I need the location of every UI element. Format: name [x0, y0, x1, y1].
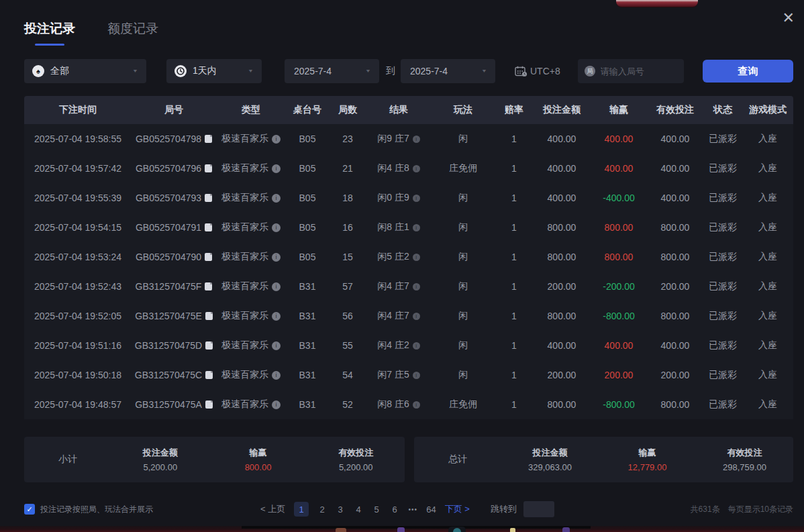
round-search-input[interactable] — [601, 66, 674, 76]
column-header: 玩法 — [431, 104, 495, 116]
cell-game-mode: 入座 — [742, 310, 793, 322]
total-winloss-title: 输赢 — [599, 447, 696, 459]
cell-play-type: 闲 — [431, 133, 495, 145]
info-icon[interactable]: i — [272, 341, 281, 350]
info-icon[interactable]: i — [272, 312, 281, 321]
table-row: 2025-07-04 19:48:57GB312570475A极速百家乐iB31… — [24, 390, 793, 419]
info-icon[interactable]: i — [272, 164, 281, 173]
cell-result: 闲4 庄8i — [366, 162, 431, 174]
info-icon[interactable]: i — [272, 253, 281, 262]
page-button-4[interactable]: 4 — [354, 504, 363, 515]
cell-time: 2025-07-04 19:51:16 — [24, 340, 132, 351]
page-button-3[interactable]: 3 — [336, 504, 345, 515]
cell-time: 2025-07-04 19:48:57 — [24, 399, 132, 410]
time-range-dropdown[interactable]: 1天内 ▼ — [166, 59, 262, 83]
info-icon[interactable]: i — [272, 282, 281, 291]
round-id-text: GB312570475D — [135, 340, 202, 351]
copy-icon[interactable] — [205, 282, 212, 290]
cell-winloss: -200.00 — [591, 281, 647, 292]
info-icon[interactable]: i — [272, 135, 281, 144]
total-valid-title: 有效投注 — [696, 447, 793, 459]
cell-result: 闲7 庄5i — [366, 369, 431, 381]
total-bet-title: 投注金额 — [501, 447, 599, 459]
cell-play-type: 闲 — [431, 280, 495, 292]
cell-table-no: B05 — [286, 222, 329, 233]
page-button-1[interactable]: 1 — [294, 502, 309, 517]
copy-icon[interactable] — [205, 223, 212, 231]
page-button-5[interactable]: 5 — [372, 504, 381, 515]
round-id-text: GB0525704798 — [136, 134, 201, 144]
result-info-icon[interactable]: i — [413, 372, 420, 379]
cell-valid-bet: 200.00 — [647, 370, 703, 380]
table-row: 2025-07-04 19:52:43GB312570475F极速百家乐iB31… — [24, 272, 793, 301]
cell-odds: 1 — [495, 281, 533, 292]
result-info-icon[interactable]: i — [413, 224, 420, 231]
cell-play-type: 闲 — [431, 339, 495, 352]
clock-icon — [174, 65, 187, 77]
page-button-6[interactable]: 6 — [390, 504, 399, 515]
tab-quota-records[interactable]: 额度记录 — [107, 20, 158, 46]
merge-checkbox[interactable]: ✓ — [24, 504, 35, 515]
tab-bet-records[interactable]: 投注记录 — [24, 20, 75, 46]
column-header: 局号 — [132, 104, 216, 116]
info-icon[interactable]: i — [272, 401, 281, 409]
page-button-64[interactable]: 64 — [426, 504, 436, 515]
next-page-button[interactable]: 下页 > — [445, 503, 470, 515]
table-row: 2025-07-04 19:53:24GB0525704790极速百家乐iB05… — [24, 242, 793, 272]
bet-records-table: 下注时间局号类型桌台号局数结果玩法赔率投注金额输赢有效投注状态游戏模式 2025… — [24, 96, 793, 419]
game-type-text: 极速百家乐 — [221, 280, 268, 292]
prev-page-button[interactable]: < 上页 — [260, 503, 285, 515]
copy-icon[interactable] — [205, 401, 213, 409]
copy-icon[interactable] — [205, 371, 213, 379]
game-type-text: 极速百家乐 — [221, 310, 268, 322]
copy-icon[interactable] — [205, 253, 212, 261]
copy-icon[interactable] — [205, 312, 213, 320]
cell-result: 闲0 庄9i — [366, 192, 431, 204]
ellipsis-icon: ••• — [408, 506, 417, 513]
result-info-icon[interactable]: i — [413, 195, 420, 202]
cell-play-type: 闲 — [431, 369, 495, 381]
jump-label: 跳转到 — [491, 503, 517, 515]
column-header: 游戏模式 — [742, 104, 793, 116]
jump-page-input[interactable] — [523, 501, 554, 517]
result-info-icon[interactable]: i — [413, 254, 420, 261]
info-icon[interactable]: i — [272, 223, 281, 232]
cell-result: 闲4 庄2i — [366, 339, 431, 352]
info-icon[interactable]: i — [272, 194, 281, 203]
page-numbers: 123456 — [294, 502, 399, 517]
info-icon[interactable]: i — [272, 371, 281, 380]
date-from-dropdown[interactable]: 2025-7-4 ▼ — [285, 59, 379, 83]
page-button-2[interactable]: 2 — [317, 504, 327, 515]
cell-game-type: 极速百家乐i — [216, 310, 286, 322]
round-id-text: GB0525704793 — [136, 193, 201, 203]
result-info-icon[interactable]: i — [413, 342, 420, 350]
summary-bar: 小计 投注金额5,200.00 输赢800.00 有效投注5,200.00 总计… — [24, 437, 793, 482]
cell-table-no: B05 — [286, 252, 329, 262]
copy-icon[interactable] — [205, 135, 212, 143]
result-info-icon[interactable]: i — [413, 401, 420, 409]
cell-valid-bet: 400.00 — [647, 193, 703, 203]
cell-bet-amount: 400.00 — [533, 163, 591, 174]
query-button[interactable]: 查询 — [703, 60, 793, 83]
date-to-dropdown[interactable]: 2025-7-4 ▼ — [401, 59, 495, 83]
close-icon[interactable]: ✕ — [783, 11, 795, 25]
round-id-text: GB0525704791 — [136, 222, 201, 233]
game-type-text: 极速百家乐 — [221, 251, 268, 263]
cell-game-type: 极速百家乐i — [216, 251, 286, 263]
result-info-icon[interactable]: i — [413, 283, 420, 290]
game-decoration — [562, 527, 570, 532]
result-info-icon[interactable]: i — [413, 136, 420, 143]
result-info-icon[interactable]: i — [413, 313, 420, 320]
cell-time: 2025-07-04 19:50:18 — [24, 370, 132, 380]
subtotal-winloss-value: 800.00 — [209, 462, 307, 472]
game-type-text: 极速百家乐 — [221, 339, 268, 352]
cell-game-no: 21 — [329, 163, 366, 174]
category-dropdown[interactable]: ♠ 全部 ▼ — [24, 59, 146, 83]
copy-icon[interactable] — [205, 164, 212, 172]
result-text: 闲8 庄6 — [377, 398, 409, 411]
cell-odds: 1 — [495, 252, 533, 262]
copy-icon[interactable] — [205, 341, 213, 350]
result-info-icon[interactable]: i — [413, 165, 420, 172]
cell-table-no: B31 — [286, 340, 329, 351]
copy-icon[interactable] — [205, 194, 212, 202]
